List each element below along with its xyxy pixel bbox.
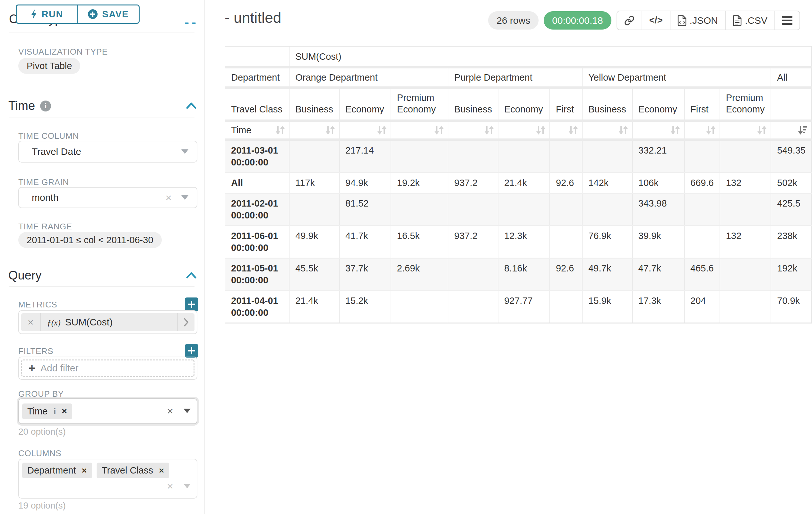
table-cell: 217.14: [339, 140, 391, 173]
metric-chip[interactable]: × ƒ(x) SUM(Cost): [21, 313, 195, 331]
columns-select[interactable]: Department × Travel Class ×: [18, 459, 197, 498]
time-grain-select[interactable]: month ×: [18, 187, 197, 208]
json-file-icon: [677, 15, 687, 26]
view-query-button[interactable]: </>: [642, 11, 670, 30]
panel-divider: [204, 0, 205, 514]
plus-circle-icon: [88, 9, 97, 19]
clear-icon[interactable]: ×: [167, 481, 173, 491]
column-header: Business: [289, 88, 339, 121]
table-cell: 37.7k: [339, 258, 391, 291]
table-cell: 937.2: [448, 173, 498, 193]
caret-down-icon: [181, 195, 188, 200]
chevron-up-icon[interactable]: [186, 102, 196, 109]
row-header: 2011-02-01 00:00:00: [225, 193, 289, 226]
table-cell: [289, 193, 339, 226]
add-filter-button[interactable]: [185, 344, 198, 357]
add-filter-dropzone[interactable]: + Add filter: [21, 359, 195, 377]
section-divider: [9, 286, 195, 287]
collapse-indicator: [192, 23, 196, 24]
sort-cell[interactable]: [684, 121, 720, 140]
column-header: Premium Economy: [391, 88, 448, 121]
viz-type-chip[interactable]: Pivot Table: [18, 58, 80, 74]
sort-cell[interactable]: [448, 121, 498, 140]
column-dimension-label: Department: [225, 67, 289, 88]
sort-cell[interactable]: [771, 121, 812, 140]
table-cell: 425.5: [771, 193, 812, 226]
share-link-button[interactable]: [617, 11, 642, 30]
table-cell: [289, 140, 339, 173]
table-cell: 117k: [289, 173, 339, 193]
caret-down-icon[interactable]: [183, 484, 191, 488]
table-cell: 343.98: [632, 193, 684, 226]
remove-icon[interactable]: ×: [82, 465, 87, 476]
table-cell: 106k: [632, 173, 684, 193]
group-header: All: [771, 67, 812, 88]
columns-chip-label: Travel Class: [102, 465, 153, 476]
sort-cell[interactable]: [550, 121, 582, 140]
table-cell: 192k: [771, 258, 812, 291]
sort-cell[interactable]: [498, 121, 550, 140]
table-cell: 238k: [771, 226, 812, 258]
sort-cell[interactable]: [720, 121, 771, 140]
row-count-badge: 26 rows: [488, 11, 539, 30]
remove-icon[interactable]: ×: [159, 465, 164, 476]
time-range-chip[interactable]: 2011-01-01 ≤ col < 2011-06-30: [18, 232, 162, 248]
link-icon: [624, 16, 635, 26]
query-section-header[interactable]: Query: [8, 269, 41, 282]
run-button[interactable]: RUN: [16, 4, 78, 24]
run-save-buttons: RUN SAVE: [16, 4, 140, 24]
chevron-up-icon[interactable]: [186, 272, 196, 279]
time-section-title: Time: [8, 99, 35, 113]
group-by-options-count: 20 option(s): [18, 427, 66, 437]
export-json-label: .JSON: [690, 15, 718, 26]
remove-icon[interactable]: ×: [62, 406, 67, 416]
table-cell: [448, 258, 498, 291]
save-button[interactable]: SAVE: [78, 4, 140, 24]
column-header: First: [550, 88, 582, 121]
time-column-label: TIME COLUMN: [18, 131, 79, 141]
chart-menu-button[interactable]: [775, 11, 800, 30]
add-metric-button[interactable]: [185, 297, 198, 311]
table-cell: 92.6: [550, 173, 582, 193]
sort-cell[interactable]: [391, 121, 448, 140]
table-cell: 47.7k: [632, 258, 684, 291]
table-cell: 465.6: [684, 258, 720, 291]
filters-box: + Add filter: [18, 357, 197, 380]
table-cell: [684, 140, 720, 173]
sort-cell[interactable]: [582, 121, 632, 140]
row-dimension-sort-cell[interactable]: Time: [225, 121, 289, 140]
columns-chip[interactable]: Department ×: [22, 463, 92, 478]
sort-row: Time: [225, 121, 812, 140]
filters-label: FILTERS: [18, 346, 53, 356]
remove-metric-icon[interactable]: ×: [21, 313, 41, 331]
group-by-chip[interactable]: Time i ×: [22, 404, 72, 419]
table-cell: 927.77: [498, 291, 550, 323]
group-header: Purple Department: [448, 67, 582, 88]
clear-icon[interactable]: ×: [165, 192, 172, 203]
time-section-header[interactable]: Time i: [8, 99, 51, 113]
time-column-select[interactable]: Travel Date: [18, 141, 197, 163]
columns-chip[interactable]: Travel Class ×: [96, 463, 169, 478]
table-cell: [550, 226, 582, 258]
table-cell: 502k: [771, 173, 812, 193]
lightning-icon: [31, 9, 37, 19]
table-cell: 49.7k: [582, 258, 632, 291]
caret-down-icon[interactable]: [183, 409, 191, 413]
table-cell: 669.6: [684, 173, 720, 193]
table-cell: [684, 193, 720, 226]
metrics-label: METRICS: [18, 300, 57, 310]
chart-title[interactable]: - untitled: [225, 9, 281, 26]
sort-cell[interactable]: [339, 121, 391, 140]
sort-cell[interactable]: [632, 121, 684, 140]
collapse-indicator: [185, 23, 189, 24]
row-header: 2011-06-01 00:00:00: [225, 226, 289, 258]
sort-cell[interactable]: [289, 121, 339, 140]
column-header: Economy: [632, 88, 684, 121]
export-csv-button[interactable]: .CSV: [726, 11, 775, 30]
clear-icon[interactable]: ×: [167, 405, 173, 416]
expand-metric-icon[interactable]: [177, 313, 195, 331]
table-row: 2011-06-01 00:00:0049.9k41.7k16.5k937.21…: [225, 226, 812, 258]
column-header: Business: [448, 88, 498, 121]
export-json-button[interactable]: .JSON: [670, 11, 726, 30]
query-duration-badge: 00:00:00.18: [544, 11, 611, 30]
